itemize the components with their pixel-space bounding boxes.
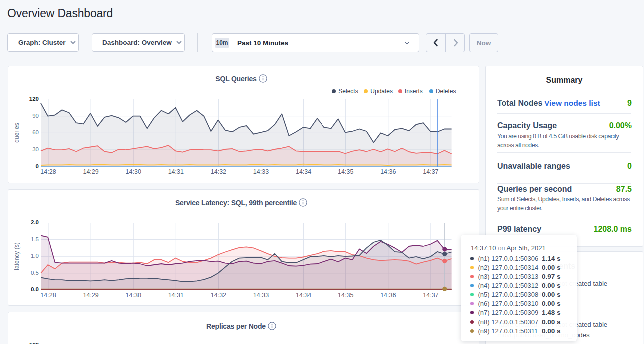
svg-text:14:32: 14:32 xyxy=(211,292,226,299)
svg-text:14:31: 14:31 xyxy=(168,292,184,299)
svg-text:14:28: 14:28 xyxy=(40,292,56,299)
svg-text:14:36: 14:36 xyxy=(380,168,396,175)
svg-text:30: 30 xyxy=(32,146,39,152)
svg-text:14:37: 14:37 xyxy=(423,168,438,175)
svg-text:14:30: 14:30 xyxy=(126,168,141,175)
svg-text:14:31: 14:31 xyxy=(168,168,184,175)
svg-text:0.0: 0.0 xyxy=(31,286,39,292)
svg-text:14:32: 14:32 xyxy=(211,168,226,175)
svg-text:14:34: 14:34 xyxy=(296,292,311,299)
svg-text:14:37: 14:37 xyxy=(423,292,438,299)
svg-text:queries: queries xyxy=(13,123,20,142)
svg-text:120: 120 xyxy=(29,96,39,102)
svg-text:14:35: 14:35 xyxy=(338,292,353,299)
svg-text:90: 90 xyxy=(32,113,39,119)
svg-text:14:36: 14:36 xyxy=(380,292,396,299)
svg-text:14:29: 14:29 xyxy=(83,292,98,299)
svg-text:60: 60 xyxy=(32,129,39,135)
svg-text:0.5: 0.5 xyxy=(31,270,39,276)
svg-text:14:34: 14:34 xyxy=(296,168,311,175)
svg-text:1.5: 1.5 xyxy=(31,236,39,242)
svg-text:1.0: 1.0 xyxy=(31,253,39,259)
svg-text:14:33: 14:33 xyxy=(253,168,269,175)
svg-text:14:33: 14:33 xyxy=(253,292,269,299)
svg-text:14:30: 14:30 xyxy=(126,292,141,299)
svg-text:0: 0 xyxy=(36,163,39,169)
svg-text:2.0: 2.0 xyxy=(31,219,39,225)
svg-text:14:28: 14:28 xyxy=(40,168,56,175)
svg-text:latency (s): latency (s) xyxy=(13,242,20,270)
svg-text:14:35: 14:35 xyxy=(338,168,353,175)
svg-text:14:29: 14:29 xyxy=(83,168,98,175)
